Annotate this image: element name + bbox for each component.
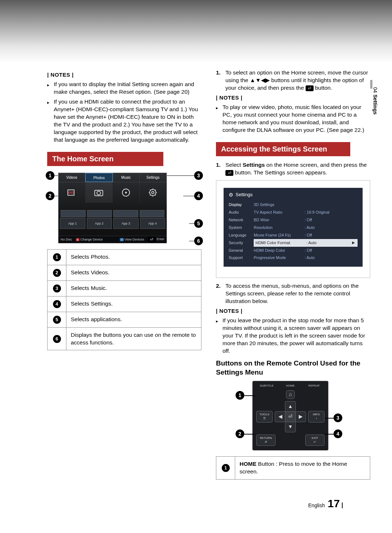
settings-row[interactable]: BD WiseOff — [254, 216, 358, 224]
hs-app[interactable]: App 1 — [60, 218, 85, 229]
hs-tab-music[interactable]: Music — [113, 173, 140, 182]
note-item: To play or view video, photo, music file… — [216, 104, 370, 134]
info-icon: i — [309, 417, 324, 421]
callout-6: 6 — [194, 237, 203, 245]
table-desc: Selects Photos. — [66, 249, 201, 265]
table-desc: HOME Button : Press to move to the Home … — [235, 457, 370, 480]
hs-enter: Enter — [156, 238, 164, 241]
dpad-up[interactable]: ▲ — [285, 401, 296, 412]
left-column: | NOTES | If you want to display the Ini… — [47, 69, 201, 480]
page-header-gradient — [0, 0, 392, 62]
callout-3: 3 — [334, 413, 342, 422]
settings-nav-item[interactable]: System — [229, 224, 246, 231]
tools-button[interactable]: TOOLS ☰ — [256, 411, 273, 423]
svg-point-8 — [152, 191, 154, 194]
table-desc: Selects Videos. — [66, 265, 201, 280]
home-screen-figure: 1 2 3 4 5 6 Videos Photos Music Settings — [47, 173, 201, 243]
dpad-down[interactable]: ▼ — [285, 421, 296, 432]
table-num-5: 5 — [53, 316, 61, 324]
table-num-4: 4 — [53, 300, 61, 308]
settings-row-label: HDMI Deep Color — [254, 248, 305, 253]
settings-row-value: Auto — [306, 240, 317, 246]
camera-icon — [93, 187, 104, 198]
settings-row-label: Resolution — [254, 225, 305, 230]
settings-row[interactable]: HDMI Deep ColorOff — [254, 247, 358, 254]
settings-row-label: TV Aspect Ratio — [254, 210, 305, 215]
note-text: If you use a HDMI cable to connect the p… — [54, 98, 201, 144]
hs-icon-photos[interactable] — [86, 182, 113, 203]
settings-row[interactable]: Progressive ModeAuto — [254, 254, 358, 262]
table-desc: Selects Settings. — [66, 296, 201, 312]
hs-tab-videos[interactable]: Videos — [58, 173, 85, 182]
return-button[interactable]: RETURN ↺ — [256, 435, 275, 446]
step-text: on the Home screen, and then press the — [265, 162, 367, 168]
exit-button[interactable]: EXIT ↵ — [305, 435, 324, 446]
enter-icon: ⏎ — [225, 170, 233, 176]
note-text: To play or view video, photo, music file… — [222, 104, 370, 134]
hs-icon-videos[interactable] — [58, 182, 86, 203]
table-num-2: 2 — [53, 269, 61, 277]
remote-label-home: HOME — [280, 384, 301, 388]
callout-1: 1 — [46, 171, 54, 180]
step-text: button. — [314, 85, 332, 91]
settings-row[interactable]: HDMI Color FormatAuto — [254, 239, 358, 247]
settings-title: Settings — [236, 191, 253, 198]
hs-app[interactable]: App 2 — [87, 218, 112, 229]
settings-row-label: HDMI Color Format — [256, 240, 306, 246]
settings-row[interactable]: 3D Settings — [254, 201, 358, 209]
hs-change-device: Change Device — [80, 238, 103, 241]
footer-language: English — [308, 502, 325, 508]
settings-nav-item[interactable]: Security — [229, 239, 246, 247]
home-screen-table: 1Selects Photos. 2Selects Videos. 3Selec… — [47, 249, 201, 351]
table-desc: Selects applications. — [66, 312, 201, 327]
return-icon: ↺ — [257, 440, 275, 444]
remote-mock: SUBTITLE HOME REPEAT ⌂ TOOLS ☰ ▲ ▼ ◀ — [252, 381, 328, 451]
remote-control-figure: 1 2 3 4 SUBTITLE HOME REPEAT ⌂ TOOLS — [216, 381, 370, 451]
settings-row-label: 3D Settings — [254, 202, 305, 207]
hs-tab-settings[interactable]: Settings — [140, 173, 167, 182]
hs-app[interactable]: App 4 — [140, 218, 166, 229]
hs-icon-settings[interactable] — [140, 182, 167, 203]
settings-nav-item[interactable]: Audio — [229, 209, 246, 216]
film-icon — [66, 187, 77, 198]
table-desc: Displays the buttons you can use on the … — [66, 327, 201, 350]
settings-nav-item[interactable]: Support — [229, 254, 246, 262]
settings-row[interactable]: Movie Frame (24 Fs)Off — [254, 231, 358, 239]
settings-row-label: Progressive Mode — [254, 255, 305, 261]
table-num-1: 1 — [53, 253, 61, 261]
gear-icon — [147, 187, 158, 198]
table-num-1: 1 — [222, 464, 230, 472]
side-chapter-label: Settings — [372, 94, 378, 114]
settings-nav-item[interactable]: Network — [229, 216, 246, 224]
callout-1: 1 — [236, 391, 244, 400]
step-text: To access the menus, sub-menus, and opti… — [225, 282, 370, 305]
hs-thumb — [87, 210, 112, 217]
right-column: 1. To select an option on the Home scree… — [216, 69, 370, 480]
step-text: button. The Settings screen appears. — [233, 169, 327, 175]
settings-row-value: Off — [305, 217, 312, 223]
hs-app[interactable]: App 3 — [113, 218, 139, 229]
settings-nav-item[interactable]: General — [229, 247, 246, 254]
notes-heading: | NOTES | — [47, 71, 201, 78]
settings-row[interactable]: ResolutionAuto — [254, 224, 358, 231]
dpad-arrows-icon: ▲▼◀▶ — [250, 77, 270, 84]
svg-point-2 — [72, 191, 73, 193]
svg-point-4 — [97, 191, 101, 195]
hs-icon-music[interactable] — [113, 182, 140, 203]
home-button[interactable]: ⌂ — [286, 390, 295, 399]
settings-row-value: 16:9 Original — [305, 210, 330, 215]
step-item: 2. To access the menus, sub-menus, and o… — [216, 282, 370, 305]
dpad-right[interactable]: ▶ — [295, 411, 306, 422]
dpad-left[interactable]: ◀ — [275, 411, 286, 422]
remote-label-subtitle: SUBTITLE — [256, 384, 277, 388]
note-item: If you use a HDMI cable to connect the p… — [47, 98, 201, 144]
info-button[interactable]: INFO i — [308, 411, 324, 423]
table-num-3: 3 — [53, 284, 61, 292]
settings-nav-item[interactable]: Language — [229, 231, 246, 239]
svg-point-1 — [69, 191, 70, 193]
settings-row[interactable]: TV Aspect Ratio16:9 Original — [254, 209, 358, 216]
dpad-enter[interactable]: ⏎ — [285, 411, 296, 422]
settings-nav-item[interactable]: Display — [229, 201, 246, 209]
footer-page-number: 17 — [328, 497, 340, 509]
hs-tab-photos[interactable]: Photos — [85, 173, 113, 182]
